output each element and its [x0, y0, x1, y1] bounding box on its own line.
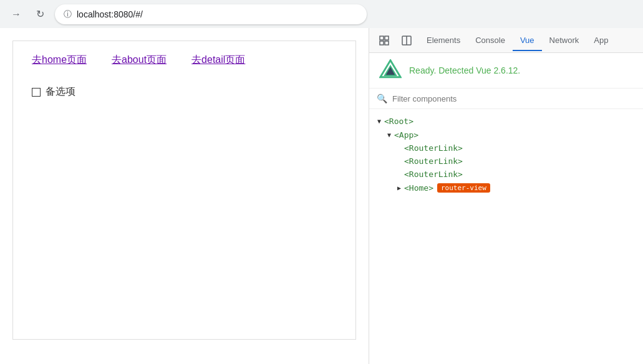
- checkbox-input[interactable]: [32, 88, 41, 97]
- app-toggle[interactable]: ▼: [384, 130, 394, 140]
- nav-links: 去home页面 去about页面 去detail页面: [32, 54, 337, 67]
- page-content: 去home页面 去about页面 去detail页面 备选项: [0, 28, 369, 364]
- vue-devtools-content: Ready. Detected Vue 2.6.12. 🔍 ▼ <Root> ▼…: [369, 53, 643, 364]
- home-toggle[interactable]: ▶: [394, 183, 404, 193]
- router-view-badge: router-view: [437, 183, 490, 193]
- vue-logo: [379, 59, 402, 82]
- browser-chrome: → ↻ ⓘ localhost:8080/#/: [0, 0, 643, 28]
- devtools-panel: Elements Console Vue Network App Ready. …: [369, 28, 643, 364]
- browser-toolbar: → ↻ ⓘ localhost:8080/#/: [0, 0, 643, 28]
- tree-item-routerlink-2[interactable]: <RouterLink>: [369, 155, 643, 168]
- reload-button[interactable]: ↻: [31, 6, 49, 23]
- tree-item-app[interactable]: ▼ <App>: [369, 128, 643, 141]
- toggle-icon-button[interactable]: [397, 31, 417, 50]
- svg-rect-0: [380, 36, 384, 40]
- back-button[interactable]: →: [7, 6, 25, 23]
- address-bar[interactable]: ⓘ localhost:8080/#/: [55, 4, 367, 24]
- svg-rect-2: [380, 41, 384, 45]
- home-link[interactable]: 去home页面: [32, 54, 87, 67]
- tree-item-routerlink-1[interactable]: <RouterLink>: [369, 141, 643, 155]
- routerlink-3-name: RouterLink: [409, 170, 458, 179]
- root-toggle[interactable]: ▼: [374, 116, 384, 126]
- page-frame: 去home页面 去about页面 去detail页面 备选项: [12, 41, 356, 340]
- routerlink-1-name: RouterLink: [409, 143, 458, 153]
- svg-rect-1: [385, 36, 389, 40]
- detail-link[interactable]: 去detail页面: [191, 54, 245, 67]
- routerlink-2-name: RouterLink: [409, 156, 458, 166]
- tab-console[interactable]: Console: [468, 31, 513, 51]
- tree-item-routerlink-3[interactable]: <RouterLink>: [369, 168, 643, 181]
- tab-elements[interactable]: Elements: [419, 31, 468, 51]
- checkbox-row: 备选项: [32, 85, 337, 98]
- tab-network[interactable]: Network: [542, 31, 587, 51]
- component-tree: ▼ <Root> ▼ <App> <RouterLink>: [369, 109, 643, 364]
- search-icon: 🔍: [377, 93, 387, 103]
- filter-bar: 🔍: [369, 89, 643, 109]
- filter-input[interactable]: [392, 94, 636, 103]
- vue-header: Ready. Detected Vue 2.6.12.: [369, 53, 643, 89]
- inspect-icon-button[interactable]: [374, 31, 394, 50]
- svg-rect-3: [385, 41, 389, 45]
- url-text: localhost:8080/#/: [77, 9, 143, 19]
- about-link[interactable]: 去about页面: [112, 54, 167, 67]
- vue-ready-text: Ready. Detected Vue 2.6.12.: [409, 65, 520, 75]
- checkbox-label: 备选项: [46, 85, 75, 98]
- home-name: Home: [409, 183, 428, 193]
- tab-vue[interactable]: Vue: [513, 31, 542, 51]
- root-name: Root: [389, 117, 409, 126]
- devtools-tabs: Elements Console Vue Network App: [369, 28, 643, 53]
- app-name: App: [399, 130, 413, 140]
- root-open-bracket: <: [384, 117, 389, 126]
- tab-app[interactable]: App: [586, 31, 616, 51]
- tree-item-root[interactable]: ▼ <Root>: [369, 114, 643, 128]
- lock-icon: ⓘ: [64, 9, 72, 20]
- main-area: 去home页面 去about页面 去detail页面 备选项: [0, 28, 643, 364]
- tree-item-home[interactable]: ▶ <Home> router-view: [369, 181, 643, 194]
